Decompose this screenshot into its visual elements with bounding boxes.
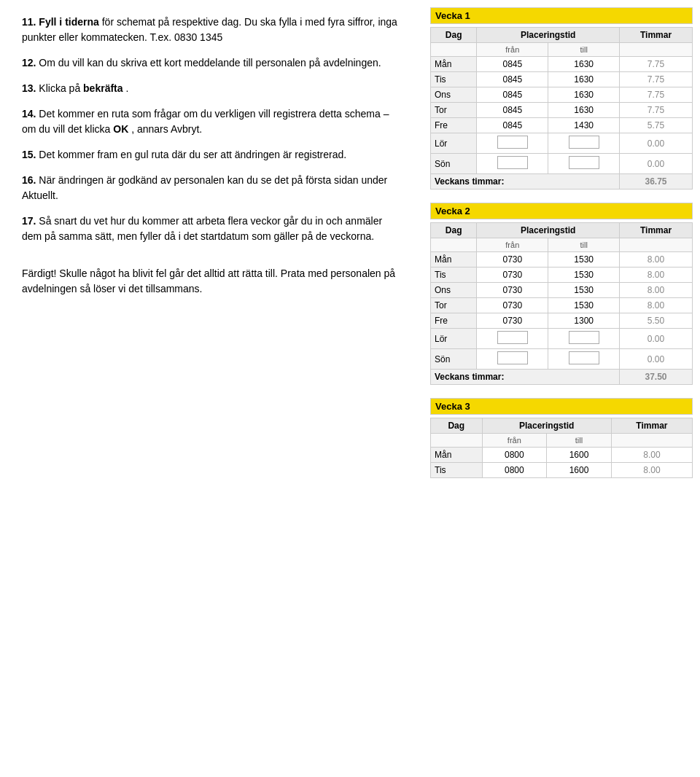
from-input[interactable]: [497, 351, 528, 364]
hours-cell: 0.00: [620, 154, 693, 174]
col-timmar: Timmar: [620, 28, 693, 43]
to-input[interactable]: [569, 331, 599, 344]
from-cell[interactable]: 0730: [477, 313, 548, 329]
sub-empty: [431, 43, 477, 57]
week-3-header-row: Dag Placeringstid Timmar: [431, 418, 693, 434]
hours-cell: 0.00: [620, 133, 693, 154]
from-input[interactable]: [497, 136, 528, 149]
to-cell[interactable]: [548, 329, 620, 349]
from-cell[interactable]: 0730: [477, 283, 548, 298]
to-input[interactable]: [569, 351, 599, 364]
item-13-text-end: .: [125, 82, 128, 94]
hours-cell: 7.75: [620, 72, 693, 87]
sub-fran: från: [477, 43, 548, 57]
footer-text: Färdigt! Skulle något ha blivit fel går …: [22, 266, 401, 297]
table-row: Fre084514305.75: [431, 118, 693, 133]
table-row: Ons084516307.75: [431, 87, 693, 103]
to-cell[interactable]: 1630: [548, 87, 620, 103]
table-row: Lör0.00: [431, 133, 693, 154]
day-cell: Tor: [431, 103, 477, 118]
week-1-total-value: 36.75: [620, 174, 693, 190]
from-cell[interactable]: 0845: [477, 57, 548, 72]
left-panel: 11. Fyll i tiderna för schemat på respek…: [0, 0, 423, 777]
to-cell[interactable]: [548, 154, 620, 174]
to-cell[interactable]: 1530: [548, 298, 620, 313]
from-cell[interactable]: 0800: [482, 463, 547, 478]
day-cell: Tis: [431, 463, 483, 478]
to-cell[interactable]: 1530: [548, 268, 620, 283]
sub2-fran: från: [477, 238, 548, 252]
hours-cell: 7.75: [620, 57, 693, 72]
table-row: Sön0.00: [431, 349, 693, 370]
to-cell[interactable]: 1600: [547, 463, 612, 478]
hours-cell: 5.75: [620, 118, 693, 133]
sub3-fran: från: [482, 434, 547, 448]
day-cell: Sön: [431, 349, 477, 370]
item-17: 17. Så snart du vet hur du kommer att ar…: [22, 214, 401, 244]
to-cell[interactable]: [548, 133, 620, 154]
item-16-number: 16.: [22, 174, 36, 186]
item-14-bold: OK: [113, 123, 128, 135]
from-input[interactable]: [497, 331, 528, 344]
day-cell: Tis: [431, 268, 477, 283]
hours-cell: 8.00: [620, 298, 693, 313]
from-cell[interactable]: 0730: [477, 298, 548, 313]
table-row: Fre073013005.50: [431, 313, 693, 329]
table-row: Lör0.00: [431, 329, 693, 349]
from-cell[interactable]: [477, 349, 548, 370]
item-12: 12. Om du vill kan du skriva ett kort me…: [22, 55, 401, 71]
from-cell[interactable]: 0730: [477, 268, 548, 283]
to-cell[interactable]: 1300: [548, 313, 620, 329]
to-input[interactable]: [569, 156, 599, 169]
to-cell[interactable]: 1630: [548, 57, 620, 72]
item-11-number: 11.: [22, 16, 36, 28]
from-cell[interactable]: 0845: [477, 118, 548, 133]
to-cell[interactable]: 1630: [548, 72, 620, 87]
from-cell[interactable]: [477, 133, 548, 154]
item-16: 16. När ändringen är godkänd av personal…: [22, 173, 401, 203]
week-1-header-row: Dag Placeringstid Timmar: [431, 28, 693, 43]
day-cell: Fre: [431, 118, 477, 133]
from-cell[interactable]: 0730: [477, 252, 548, 268]
week-2-header-row: Dag Placeringstid Timmar: [431, 223, 693, 238]
to-cell[interactable]: 1530: [548, 283, 620, 298]
week-2-total-value: 37.50: [620, 370, 693, 385]
item-13-text-start: Klicka på: [39, 82, 83, 94]
from-cell[interactable]: 0845: [477, 87, 548, 103]
right-panel: Vecka 1 Dag Placeringstid Timmar från ti…: [423, 0, 700, 777]
item-13-number: 13.: [22, 82, 36, 94]
week-2-block: Vecka 2 Dag Placeringstid Timmar från ti…: [430, 203, 693, 385]
sub-empty2: [620, 43, 693, 57]
day-cell: Mån: [431, 57, 477, 72]
week-1-title: Vecka 1: [430, 7, 693, 24]
item-11-bold: Fyll i tiderna: [39, 16, 98, 28]
hours-cell: 7.75: [620, 103, 693, 118]
week-3-block: Vecka 3 Dag Placeringstid Timmar från ti…: [430, 398, 693, 478]
table-row: Mån080016008.00: [431, 448, 693, 463]
to-input[interactable]: [569, 136, 599, 149]
item-14-text-start: Det kommer en ruta som frågar om du verk…: [22, 108, 389, 135]
from-cell[interactable]: 0845: [477, 72, 548, 87]
from-cell[interactable]: 0800: [482, 448, 547, 463]
from-input[interactable]: [497, 156, 528, 169]
item-16-text: När ändringen är godkänd av personalen k…: [22, 174, 387, 201]
to-cell[interactable]: [548, 349, 620, 370]
to-cell[interactable]: 1430: [548, 118, 620, 133]
hours-cell: 0.00: [620, 329, 693, 349]
hours-cell: 0.00: [620, 349, 693, 370]
table-row: Ons073015308.00: [431, 283, 693, 298]
week-2-total-row: Veckans timmar: 37.50: [431, 370, 693, 385]
table-row: Tor073015308.00: [431, 298, 693, 313]
to-cell[interactable]: 1530: [548, 252, 620, 268]
hours-cell: 8.00: [620, 252, 693, 268]
from-cell[interactable]: [477, 329, 548, 349]
item-15-number: 15.: [22, 149, 36, 160]
sub-till: till: [548, 43, 620, 57]
to-cell[interactable]: 1600: [547, 448, 612, 463]
to-cell[interactable]: 1630: [548, 103, 620, 118]
item-11: 11. Fyll i tiderna för schemat på respek…: [22, 15, 401, 45]
col-dag: Dag: [431, 28, 477, 43]
sub2-till: till: [548, 238, 620, 252]
from-cell[interactable]: 0845: [477, 103, 548, 118]
from-cell[interactable]: [477, 154, 548, 174]
